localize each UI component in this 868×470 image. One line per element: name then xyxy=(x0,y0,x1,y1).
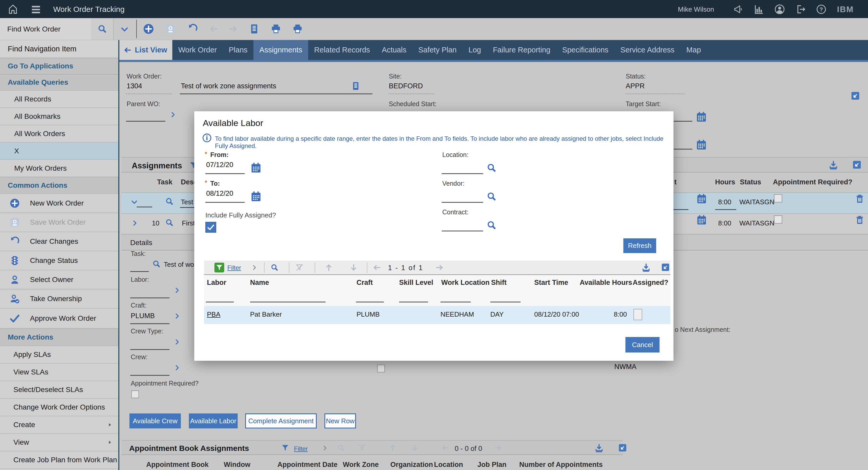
labor-row-assigned-checkbox[interactable] xyxy=(633,309,642,320)
action-clear-changes[interactable]: Clear Changes xyxy=(0,232,118,251)
target-finish-calendar-icon[interactable] xyxy=(695,139,707,151)
download-icon[interactable] xyxy=(641,263,651,273)
row1-task-search-icon[interactable] xyxy=(165,197,174,206)
assignments-col-hours[interactable]: Hours xyxy=(715,178,735,186)
sidebar-item-x-selected[interactable]: X xyxy=(0,143,118,160)
parent-wo-detail-chevron-icon[interactable] xyxy=(169,111,177,118)
row2-task-search-icon[interactable] xyxy=(165,218,174,227)
target-start-calendar-icon[interactable] xyxy=(695,111,707,123)
sidebar-section-go-to[interactable]: Go To Applications xyxy=(0,58,118,74)
row1-status[interactable]: WAITASGN xyxy=(739,198,774,206)
filter-link[interactable]: Filter xyxy=(294,445,308,452)
work-order-value[interactable]: 1304 xyxy=(127,82,142,90)
tab-log[interactable]: Log xyxy=(463,40,487,60)
filter-icon[interactable] xyxy=(281,444,289,452)
download-icon[interactable] xyxy=(828,160,839,170)
signout-icon[interactable] xyxy=(795,4,806,15)
profile-icon[interactable] xyxy=(774,4,785,15)
appt-required-checkbox[interactable] xyxy=(131,390,139,398)
user-name[interactable]: Mike Wilson xyxy=(678,6,714,13)
new-record-icon[interactable] xyxy=(143,23,154,35)
query-dropdown-button[interactable] xyxy=(113,18,136,40)
col-name[interactable]: Name xyxy=(250,279,269,287)
tab-failure-reporting[interactable]: Failure Reporting xyxy=(487,40,556,60)
sidebar-section-available-queries[interactable]: Available Queries xyxy=(0,74,118,91)
col-skill-level[interactable]: Skill Level xyxy=(399,279,433,287)
filter-expand-chevron-icon[interactable] xyxy=(251,264,258,271)
tab-plans[interactable]: Plans xyxy=(223,40,254,60)
status-value[interactable]: APPR xyxy=(626,82,645,90)
crew-detail-chevron-icon[interactable] xyxy=(174,364,181,371)
menu-icon[interactable] xyxy=(30,4,41,15)
appt-col-6[interactable]: Job Plan xyxy=(477,461,506,469)
find-work-order-input[interactable]: Find Work Order xyxy=(0,18,91,40)
details-misc-checkbox[interactable] xyxy=(377,365,385,372)
location-search-icon[interactable] xyxy=(486,162,497,173)
col-available-hours[interactable]: Available Hours xyxy=(580,279,632,287)
from-calendar-icon[interactable] xyxy=(250,162,262,174)
row2-hours[interactable]: 8:00 xyxy=(718,220,731,227)
cancel-button[interactable]: Cancel xyxy=(625,337,659,352)
previous-record-icon[interactable] xyxy=(209,24,219,34)
tab-assignments[interactable]: Assignments xyxy=(253,40,308,60)
more-select-deselect-slas[interactable]: Select/Deselect SLAs xyxy=(0,381,118,399)
row2-appt-required-checkbox[interactable] xyxy=(774,215,782,224)
action-select-owner[interactable]: Select Owner xyxy=(0,271,118,289)
vendor-search-icon[interactable] xyxy=(486,191,497,202)
next-record-icon[interactable] xyxy=(228,24,238,34)
filter-field-name[interactable] xyxy=(250,302,326,303)
appt-col-4[interactable]: Organization xyxy=(390,461,433,469)
include-fully-assigned-checkbox[interactable] xyxy=(206,222,216,233)
print-icon[interactable] xyxy=(270,23,282,35)
row2-calendar-icon[interactable] xyxy=(696,214,707,226)
col-shift[interactable]: Shift xyxy=(491,279,506,287)
expand-section-icon[interactable] xyxy=(618,443,627,452)
sidebar-item-all-work-orders[interactable]: All Work Orders xyxy=(0,125,118,143)
row1-delete-icon[interactable] xyxy=(855,194,865,204)
tab-service-address[interactable]: Service Address xyxy=(614,40,680,60)
row2-description[interactable]: First xyxy=(182,220,195,227)
clear-changes-icon[interactable] xyxy=(187,23,198,35)
row2-delete-icon[interactable] xyxy=(855,215,865,225)
appt-col-2[interactable]: Appointment Date xyxy=(277,461,338,469)
description-value[interactable]: Test of work zone assignments xyxy=(181,82,276,90)
action-take-ownership[interactable]: Take Ownership xyxy=(0,289,118,309)
filter-field-shift[interactable] xyxy=(490,302,521,303)
next-assignment-value[interactable]: NWMA xyxy=(614,363,636,371)
filter-field-labor[interactable] xyxy=(206,302,234,303)
labor-row-id-link[interactable]: PBA xyxy=(207,311,220,318)
appt-col-1[interactable]: Window xyxy=(224,461,250,469)
row2-status[interactable]: WAITASGN xyxy=(739,220,774,227)
home-icon[interactable] xyxy=(7,4,19,15)
more-change-wo-options[interactable]: Change Work Order Options xyxy=(0,399,118,416)
tab-safety-plan[interactable]: Safety Plan xyxy=(412,40,462,60)
refresh-button[interactable]: Refresh xyxy=(623,238,656,253)
assignments-col-appt-required[interactable]: Appointment Required? xyxy=(773,178,852,186)
table-filter-icon[interactable] xyxy=(214,263,224,273)
filter-field-skill[interactable] xyxy=(399,302,428,303)
row-expand-chevron-right-icon[interactable] xyxy=(131,220,138,227)
labor-detail-chevron-icon[interactable] xyxy=(174,287,181,294)
row1-calendar-icon[interactable] xyxy=(696,193,707,205)
more-apply-slas[interactable]: Apply SLAs xyxy=(0,346,118,364)
sidebar-section-common-actions[interactable]: Common Actions xyxy=(0,177,118,194)
craft-value[interactable]: PLUMB xyxy=(131,312,155,320)
filter-expand-chevron-icon[interactable] xyxy=(322,445,328,451)
assignments-col-status[interactable]: Status xyxy=(740,178,761,186)
action-new-work-order[interactable]: New Work Order xyxy=(0,194,118,213)
collapse-header-icon[interactable] xyxy=(850,91,860,101)
craft-detail-chevron-icon[interactable] xyxy=(174,312,181,320)
complete-assignment-button[interactable]: Complete Assignment xyxy=(245,413,317,429)
sidebar-section-more-actions[interactable]: More Actions xyxy=(0,329,118,346)
announcements-icon[interactable] xyxy=(733,4,744,15)
tab-related-records[interactable]: Related Records xyxy=(308,40,376,60)
more-view-slas[interactable]: View SLAs xyxy=(0,364,118,381)
row1-hours[interactable]: 8:00 xyxy=(718,198,731,206)
row2-task[interactable]: 10 xyxy=(152,220,159,227)
from-value[interactable]: 07/12/20 xyxy=(206,161,233,169)
filter-link[interactable]: Filter xyxy=(227,264,241,272)
table-search-icon[interactable] xyxy=(270,263,279,272)
print-attachments-icon[interactable] xyxy=(292,23,303,35)
tab-map[interactable]: Map xyxy=(680,40,707,60)
tab-actuals[interactable]: Actuals xyxy=(376,40,412,60)
